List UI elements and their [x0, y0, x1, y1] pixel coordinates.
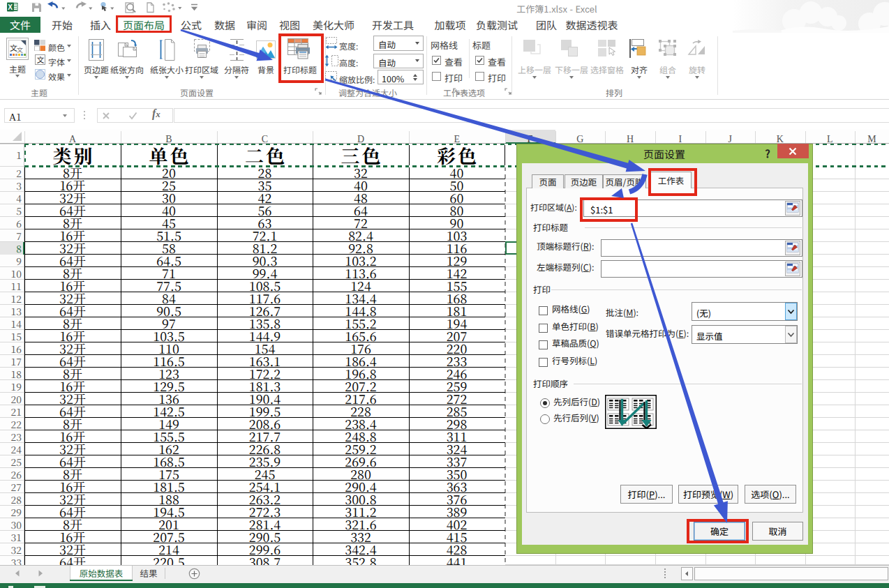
svg-text:文: 文: [17, 45, 23, 54]
svg-text:文: 文: [37, 54, 45, 65]
svg-text:X: X: [8, 3, 13, 11]
